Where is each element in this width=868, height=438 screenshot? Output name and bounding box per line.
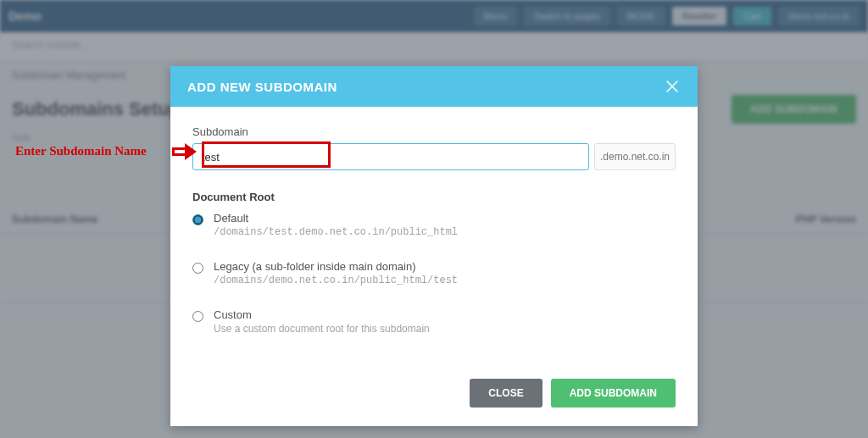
- opt-custom-title: Custom: [214, 308, 430, 321]
- annotation-arrow-icon: [172, 141, 201, 163]
- opt-legacy-title: Legacy (a sub-folder inside main domain): [214, 260, 458, 273]
- docroot-radio-custom[interactable]: [192, 311, 203, 322]
- add-subdomain-button[interactable]: ADD SUBDOMAIN: [551, 379, 676, 408]
- document-root-label: Document Root: [192, 191, 676, 203]
- add-subdomain-modal: ADD NEW SUBDOMAIN Subdomain .demo.net.co…: [170, 66, 698, 426]
- opt-custom-note: Use a custom document root for this subd…: [214, 323, 430, 335]
- docroot-option-custom[interactable]: Custom Use a custom document root for th…: [192, 308, 676, 335]
- modal-overlay: ADD NEW SUBDOMAIN Subdomain .demo.net.co…: [0, 0, 868, 438]
- docroot-option-default[interactable]: Default /domains/test.demo.net.co.in/pub…: [192, 212, 676, 238]
- subdomain-input-row: .demo.net.co.in: [192, 143, 676, 170]
- subdomain-label: Subdomain: [192, 125, 676, 138]
- close-icon[interactable]: [664, 78, 681, 95]
- docroot-radio-default[interactable]: [192, 214, 203, 225]
- docroot-option-legacy[interactable]: Legacy (a sub-folder inside main domain)…: [192, 260, 676, 286]
- subdomain-input[interactable]: [192, 143, 589, 170]
- opt-default-path: /domains/test.demo.net.co.in/public_html: [214, 226, 458, 238]
- close-button[interactable]: CLOSE: [470, 379, 542, 408]
- opt-default-title: Default: [214, 212, 458, 225]
- modal-title: ADD NEW SUBDOMAIN: [187, 80, 337, 94]
- modal-footer: CLOSE ADD SUBDOMAIN: [170, 365, 698, 426]
- modal-header: ADD NEW SUBDOMAIN: [170, 66, 698, 107]
- domain-suffix: .demo.net.co.in: [594, 143, 676, 170]
- modal-body: Subdomain .demo.net.co.in Document Root …: [170, 107, 698, 365]
- docroot-radio-legacy[interactable]: [192, 263, 203, 274]
- opt-legacy-path: /domains/demo.net.co.in/public_html/test: [214, 274, 458, 286]
- annotation-text: Enter Subdomain Name: [15, 144, 147, 158]
